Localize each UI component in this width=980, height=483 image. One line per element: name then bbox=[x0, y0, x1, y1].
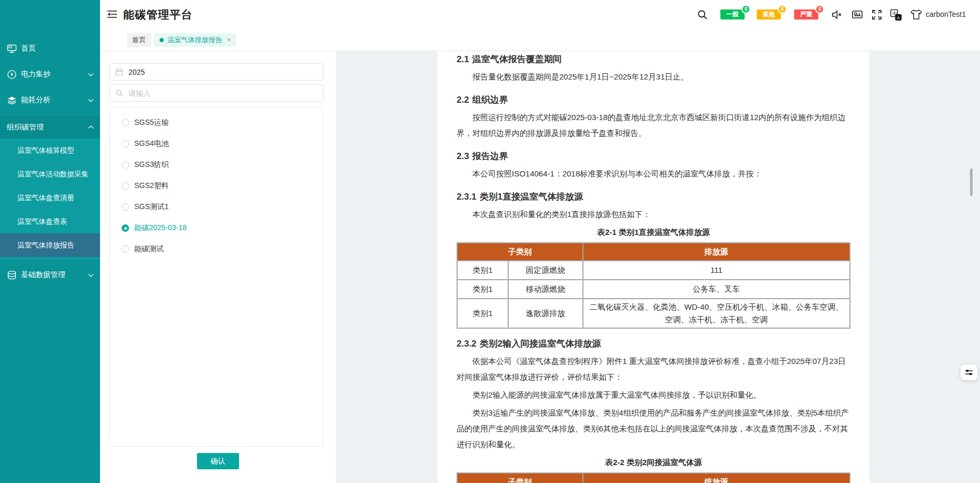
alarm-badge-label: 一般 bbox=[726, 11, 739, 18]
tshirt-icon[interactable] bbox=[910, 9, 922, 21]
year-input[interactable] bbox=[127, 67, 318, 77]
table-2-1: 子类别 排放源 类别1 固定源燃烧 111 类别1 移动源燃烧 公务车、叉车 类… bbox=[457, 242, 850, 329]
heading-title: 报告边界 bbox=[472, 151, 508, 161]
report-option-selected[interactable]: 能碳2025-03-18 bbox=[110, 218, 323, 239]
sidebar-item-ghg-inventory-list[interactable]: 温室气体盘查清册 bbox=[0, 186, 100, 210]
report-option[interactable]: SGS5运输 bbox=[110, 112, 323, 133]
radio-icon bbox=[122, 140, 129, 147]
radio-icon bbox=[122, 245, 129, 253]
speaker-muted-icon[interactable] bbox=[831, 9, 843, 21]
report-option[interactable]: SGS2塑料 bbox=[110, 175, 323, 196]
report-option-label: SGS2塑料 bbox=[134, 181, 169, 191]
year-picker[interactable] bbox=[110, 63, 323, 81]
heading-number: 2.3 bbox=[457, 151, 469, 161]
sidebar-item-ghg-accounting-model[interactable]: 温室气体核算模型 bbox=[0, 139, 100, 162]
confirm-button[interactable]: 确认 bbox=[197, 453, 239, 469]
doc-heading-2-3-2: 2.3.2类别2输入间接温室气体排放源 bbox=[457, 338, 850, 350]
alarm-count-badge: 0 bbox=[778, 5, 787, 14]
alarm-badge-label: 紧急 bbox=[763, 11, 775, 18]
report-option-label: SGS5运输 bbox=[134, 118, 169, 127]
fullscreen-icon[interactable] bbox=[871, 9, 883, 21]
radio-selected-icon bbox=[122, 224, 129, 232]
radio-icon bbox=[122, 119, 129, 126]
radio-icon bbox=[122, 203, 129, 211]
table-row: 类别1 固定源燃烧 111 bbox=[457, 261, 850, 280]
table-cell: 类别1 bbox=[457, 280, 508, 299]
report-document-content: 2.1温室气体报告覆盖期间 报告量化数据覆盖期间是2025年1月1日~2025年… bbox=[438, 53, 869, 483]
alarm-count-badge: 0 bbox=[815, 5, 824, 14]
table-header-cell: 子类别 bbox=[457, 243, 583, 261]
heading-number: 2.3.2 bbox=[457, 339, 477, 349]
table-cell: 111 bbox=[583, 261, 850, 280]
table-cell: 公务车、叉车 bbox=[583, 280, 850, 299]
alarm-badge-urgent[interactable]: 紧急 0 bbox=[757, 9, 781, 19]
table-cell: 二氧化碳灭火器、化粪池、WD-40、空压机冷干机、冰箱、公务车空调、空调、冻干机… bbox=[583, 299, 850, 328]
sidebar-item-label: 组织碳管理 bbox=[7, 123, 88, 132]
heading-number: 2.2 bbox=[457, 95, 469, 105]
report-option[interactable]: SGS测试1 bbox=[110, 196, 323, 218]
tab-bar: 首页 温室气体排放报告 × bbox=[100, 29, 980, 51]
sidebar-item-power-meter[interactable]: 电力集抄 bbox=[0, 64, 100, 85]
tab-home[interactable]: 首页 bbox=[127, 33, 151, 47]
database-icon bbox=[7, 270, 17, 280]
doc-paragraph: 本公司按照ISO14064-1：2018标准要求识别与本公司相关的温室气体排放，… bbox=[457, 166, 850, 182]
alarm-badge-label: 严重 bbox=[800, 11, 813, 18]
heading-title: 温室气体报告覆盖期间 bbox=[472, 54, 562, 64]
report-option-label: SGS3纺织 bbox=[134, 160, 169, 170]
sidebar-item-energy-analysis[interactable]: 能耗分析 bbox=[0, 90, 100, 111]
doc-heading-2-3: 2.3报告边界 bbox=[457, 150, 850, 163]
radio-icon bbox=[122, 161, 129, 169]
alarm-badge-general[interactable]: 一般 0 bbox=[720, 9, 745, 19]
table-cell: 类别1 bbox=[457, 299, 508, 328]
sidebar-item-label: 首页 bbox=[21, 44, 94, 53]
table-cell: 固定源燃烧 bbox=[508, 261, 583, 280]
report-option-label: SGS4电池 bbox=[134, 139, 169, 149]
app-title: 能碳管理平台 bbox=[123, 7, 193, 22]
report-option[interactable]: 能碳测试 bbox=[110, 239, 323, 260]
sliders-icon bbox=[964, 368, 974, 377]
settings-sliders-button[interactable] bbox=[961, 364, 977, 380]
user-name[interactable]: carbonTest1 bbox=[926, 10, 966, 18]
table-cell: 逸散源排放 bbox=[508, 299, 583, 328]
table-caption: 表2-1 类别1直接温室气体排放源 bbox=[457, 224, 850, 240]
sidebar-item-home[interactable]: 首页 bbox=[0, 38, 100, 59]
search-icon bbox=[115, 89, 123, 97]
search-icon[interactable] bbox=[697, 9, 708, 21]
chevron-up-icon bbox=[88, 125, 94, 130]
report-option-label: 能碳2025-03-18 bbox=[134, 223, 187, 233]
report-selector-panel: SGS5运输 SGS4电池 SGS3纺织 SGS2塑料 SGS测试1 能碳202… bbox=[100, 51, 336, 483]
heading-title: 组织边界 bbox=[472, 95, 508, 105]
table-header-cell: 排放源 bbox=[583, 473, 850, 483]
report-options-list: SGS5运输 SGS4电池 SGS3纺织 SGS2塑料 SGS测试1 能碳202… bbox=[110, 107, 323, 447]
search-input[interactable] bbox=[127, 88, 318, 98]
sidebar-item-ghg-activity-data[interactable]: 温室气体活动数据采集 bbox=[0, 162, 100, 186]
chevron-down-icon bbox=[88, 273, 94, 278]
sidebar-item-ghg-inventory-table[interactable]: 温室气体盘查表 bbox=[0, 210, 100, 233]
doc-paragraph: 本次盘查识别和量化的类别1直接排放源包括如下： bbox=[457, 206, 850, 222]
page-scrollbar-thumb[interactable] bbox=[970, 169, 973, 196]
sidebar-group-org-carbon[interactable]: 组织碳管理 bbox=[0, 116, 100, 139]
heading-title: 类别1直接温室气体排放源 bbox=[480, 192, 583, 202]
report-document-page[interactable]: 2.1温室气体报告覆盖期间 报告量化数据覆盖期间是2025年1月1日~2025年… bbox=[438, 51, 869, 483]
search-box[interactable] bbox=[110, 84, 323, 102]
sidebar-collapse-icon[interactable] bbox=[106, 9, 118, 19]
sidebar-item-ghg-emission-report[interactable]: 温室气体排放报告 bbox=[0, 233, 100, 257]
alarm-count-badge: 0 bbox=[741, 5, 750, 14]
report-option[interactable]: SGS3纺织 bbox=[110, 154, 323, 175]
sidebar-item-label: 电力集抄 bbox=[21, 70, 88, 79]
report-option[interactable]: SGS4电池 bbox=[110, 133, 323, 154]
doc-heading-2-2: 2.2组织边界 bbox=[457, 94, 850, 106]
doc-heading-2-1: 2.1温室气体报告覆盖期间 bbox=[457, 53, 850, 66]
table-header-row: 子类别 排放源 bbox=[457, 473, 850, 483]
monitor-chart-icon[interactable] bbox=[852, 9, 863, 21]
sidebar-item-label: 基础数据管理 bbox=[21, 270, 88, 280]
tab-ghg-emission-report[interactable]: 温室气体排放报告 × bbox=[154, 33, 236, 47]
table-row: 类别1 移动源燃烧 公务车、叉车 bbox=[457, 280, 850, 299]
table-header-cell: 排放源 bbox=[583, 243, 850, 261]
sidebar-item-base-data[interactable]: 基础数据管理 bbox=[0, 264, 100, 285]
table-cell: 移动源燃烧 bbox=[508, 280, 583, 299]
close-icon[interactable]: × bbox=[227, 36, 231, 43]
chevron-down-icon bbox=[88, 72, 94, 77]
translate-icon[interactable]: 中A bbox=[890, 9, 902, 21]
alarm-badge-critical[interactable]: 严重 0 bbox=[794, 9, 818, 19]
